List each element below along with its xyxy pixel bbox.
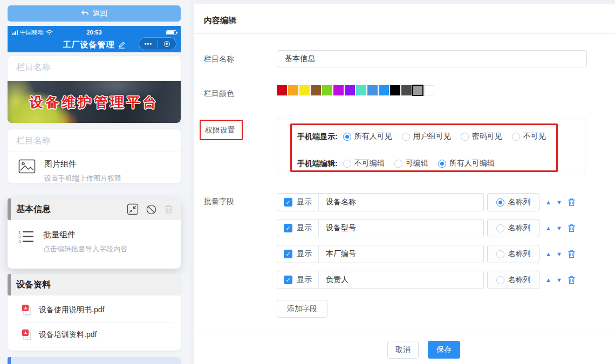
field-name-input[interactable]	[319, 276, 483, 284]
clock: 20:53	[71, 29, 117, 36]
disable-icon[interactable]	[146, 204, 157, 215]
color-swatch[interactable]	[356, 85, 366, 95]
move-up-icon[interactable]: ▲	[545, 251, 551, 257]
move-down-icon[interactable]: ▼	[556, 225, 562, 231]
move-down-icon[interactable]: ▼	[556, 277, 562, 283]
permission-field-label: 权限设置	[201, 121, 242, 135]
radio-icon[interactable]	[461, 133, 469, 141]
svg-text:3: 3	[18, 239, 21, 244]
pdf-icon	[22, 304, 32, 316]
radio-icon[interactable]	[402, 133, 410, 141]
color-swatch[interactable]	[345, 85, 355, 95]
radio-option[interactable]: 所有人可见	[343, 132, 392, 141]
radio-icon[interactable]	[394, 160, 402, 168]
more-menu-icon[interactable]: •••	[139, 40, 158, 47]
field-name-input[interactable]	[319, 250, 483, 258]
batch-field-label: 批量字段	[204, 197, 234, 207]
carrier-label: 中国移动	[20, 29, 44, 37]
radio-option-label: 所有人可见	[354, 132, 392, 141]
color-swatch[interactable]	[288, 85, 298, 95]
name-column-toggle[interactable]: 名称列	[487, 219, 539, 237]
color-swatch[interactable]	[413, 85, 423, 95]
delete-field-icon[interactable]	[568, 276, 576, 284]
name-column-toggle[interactable]: 名称列	[487, 193, 539, 211]
delete-field-icon[interactable]	[568, 224, 576, 232]
edit-title-icon[interactable]	[118, 41, 126, 49]
radio-option[interactable]: 可编辑	[394, 159, 428, 168]
radio-selected-icon[interactable]	[438, 160, 446, 168]
show-toggle[interactable]: ✓显示	[277, 219, 319, 237]
basic-info-section-card[interactable]: 基本信息 123 批量组件 点击编辑批量导入字段内容	[8, 198, 181, 269]
show-toggle[interactable]: ✓显示	[277, 271, 319, 289]
batch-field-row: ✓显示名称列▲▼	[277, 193, 576, 211]
color-swatch[interactable]	[299, 85, 310, 95]
color-swatch[interactable]	[277, 85, 287, 95]
radio-option-label: 所有人可编辑	[449, 159, 495, 168]
name-column-toggle[interactable]: 名称列	[487, 271, 539, 289]
show-toggle[interactable]: ✓显示	[277, 194, 319, 211]
edit-radio-group: 不可编辑可编辑所有人可编辑	[343, 159, 504, 170]
signal-icon	[12, 30, 18, 35]
move-down-icon[interactable]: ▼	[556, 200, 562, 205]
show-label: 显示	[297, 275, 312, 285]
radio-icon[interactable]	[343, 160, 351, 168]
back-button-label: 返回	[93, 9, 108, 18]
radio-option[interactable]: 所有人可编辑	[438, 159, 495, 168]
batch-main-box: ✓显示	[277, 271, 484, 289]
color-swatch[interactable]	[390, 85, 400, 95]
back-button[interactable]: 返回	[8, 5, 181, 22]
show-checkbox[interactable]: ✓	[284, 224, 292, 232]
image-component-card[interactable]: 栏目名称 图片组件 设置手机端上传图片权限	[8, 129, 181, 183]
delete-field-icon[interactable]	[568, 250, 576, 258]
move-up-icon[interactable]: ▲	[545, 225, 551, 231]
banner-image[interactable]: 设备维护管理平台	[8, 81, 181, 123]
radio-option[interactable]: 密码可见	[461, 132, 502, 141]
color-swatch[interactable]	[333, 85, 344, 95]
file-item[interactable]: 设备使用说明书.pdf	[22, 298, 172, 322]
next-section-card[interactable]	[8, 357, 181, 364]
color-swatch[interactable]	[424, 85, 434, 95]
move-down-icon[interactable]: ▼	[556, 251, 562, 257]
close-target-icon[interactable]	[158, 41, 176, 47]
move-up-icon[interactable]: ▲	[545, 200, 551, 205]
color-swatch[interactable]	[367, 85, 378, 95]
field-name-input[interactable]	[319, 198, 483, 207]
name-column-radio[interactable]	[496, 224, 504, 232]
show-toggle[interactable]: ✓显示	[277, 245, 319, 263]
collapse-icon[interactable]	[127, 203, 139, 215]
delete-field-icon[interactable]	[568, 198, 576, 207]
delete-section-icon[interactable]	[164, 204, 173, 214]
color-swatch[interactable]	[379, 85, 389, 95]
show-checkbox[interactable]: ✓	[284, 276, 292, 284]
name-column-radio[interactable]	[496, 276, 504, 284]
batch-main-box: ✓显示	[277, 245, 484, 263]
name-column-toggle[interactable]: 名称列	[487, 245, 539, 263]
radio-option[interactable]: 不可编辑	[343, 159, 385, 168]
permission-settings-box: 手机端显示: 所有人可见用户组可见密码可见不可见 手机端编辑: 不可编辑可编辑所…	[277, 119, 585, 175]
color-swatch[interactable]	[322, 85, 332, 95]
show-checkbox[interactable]: ✓	[284, 250, 292, 258]
phone-status-bar: 中国移动 20:53 工厂设备管理 •••	[8, 26, 181, 52]
add-field-button[interactable]: 添加字段	[277, 300, 327, 318]
batch-field-row: ✓显示名称列▲▼	[277, 245, 576, 263]
show-checkbox[interactable]: ✓	[284, 198, 292, 207]
color-swatch[interactable]	[401, 85, 412, 95]
svg-text:2: 2	[18, 235, 21, 239]
move-up-icon[interactable]: ▲	[545, 277, 551, 283]
file-item[interactable]: 设备培训资料.pdf	[22, 322, 172, 347]
permission-annotation: 手机端显示: 所有人可见用户组可见密码可见不可见 手机端编辑: 不可编辑可编辑所…	[290, 123, 558, 172]
save-button[interactable]: 保存	[428, 341, 460, 359]
radio-option[interactable]: 用户组可见	[402, 132, 451, 141]
column-name-input[interactable]	[277, 50, 587, 67]
equipment-files-card[interactable]: 设备资料 设备使用说明书.pdf设备培训资料.pdf	[8, 274, 181, 351]
banner-section-card[interactable]: 栏目名称 设备维护管理平台	[8, 56, 181, 123]
radio-option[interactable]: 不可见	[512, 132, 546, 141]
color-swatch[interactable]	[311, 85, 321, 95]
radio-selected-icon[interactable]	[343, 133, 351, 141]
editor-title: 内容编辑	[204, 16, 236, 26]
cancel-button[interactable]: 取消	[387, 341, 419, 359]
field-name-input[interactable]	[319, 224, 483, 232]
name-column-radio-selected[interactable]	[496, 198, 504, 207]
radio-icon[interactable]	[512, 133, 520, 141]
name-column-radio[interactable]	[496, 250, 504, 258]
